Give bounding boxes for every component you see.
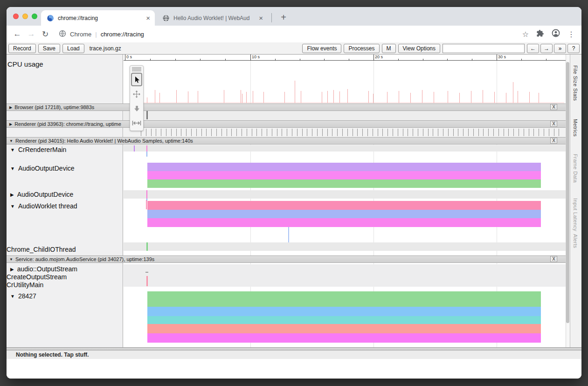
timing-tool-button[interactable] (131, 116, 142, 130)
trace-event-tick[interactable] (483, 129, 484, 136)
trace-event-tick[interactable] (317, 129, 318, 136)
trace-event-tick[interactable] (201, 129, 202, 136)
renderer-main-purple-tick[interactable] (134, 145, 135, 152)
trace-event-tick[interactable] (353, 129, 353, 136)
sidebar-tab-frame-data[interactable]: Frame Data (573, 154, 578, 183)
thread-label-row[interactable]: ▼AudioWorklet thread (7, 202, 122, 210)
minimize-window-button[interactable] (22, 14, 28, 19)
thread-label-row[interactable]: ▶audio::OutputStream (7, 265, 122, 273)
trace-event-tick[interactable] (221, 129, 222, 136)
reload-icon[interactable]: ↻ (38, 29, 52, 39)
trace-event-tick[interactable] (322, 129, 323, 136)
trace-event-tick[interactable] (332, 129, 332, 136)
palette-drag-handle[interactable] (132, 67, 141, 72)
trace-event-tick[interactable] (393, 129, 393, 136)
trace-event-tick[interactable] (362, 129, 363, 136)
sidebar-tab-metrics[interactable]: Metrics (573, 119, 578, 137)
trace-event-tick[interactable] (387, 129, 388, 136)
sidebar-tab-file-size-stats[interactable]: File Size Stats (573, 65, 578, 101)
trace-event-tick[interactable] (448, 129, 449, 136)
new-tab-button[interactable]: + (277, 11, 290, 24)
trace-event-tick[interactable] (498, 129, 499, 136)
menu-kebab-icon[interactable]: ⋮ (567, 30, 575, 39)
forward-icon[interactable]: → (24, 29, 38, 39)
audio-worklet-bars[interactable] (147, 218, 541, 227)
trace-event-tick[interactable] (463, 129, 463, 136)
thread-label-row[interactable]: Chrome_ChildIOThread (7, 245, 122, 254)
load-button[interactable]: Load (62, 44, 84, 53)
metadata-button[interactable]: M (382, 44, 396, 53)
collapse-arrow-icon[interactable]: ▼ (10, 147, 15, 152)
tab-webaudio[interactable]: Hello Audio Worklet! | WebAud × (157, 10, 268, 26)
trace-event-tick[interactable] (347, 129, 348, 136)
trace-event-tick[interactable] (297, 129, 297, 136)
trace-event-tick[interactable] (242, 129, 242, 136)
sidebar-tab-alerts[interactable]: Alerts (573, 234, 578, 248)
save-button[interactable]: Save (38, 44, 60, 53)
trace-event-tick[interactable] (277, 129, 277, 136)
trace-event-tick[interactable] (373, 129, 373, 136)
trace-event-tick[interactable] (357, 129, 358, 136)
select-tool-button[interactable] (131, 73, 142, 86)
trace-event-tick[interactable] (292, 129, 292, 136)
utility-28427-bars[interactable] (147, 333, 541, 343)
trace-event-tick[interactable] (231, 129, 232, 136)
site-info-icon[interactable] (59, 30, 66, 39)
trace-event-tick[interactable] (418, 129, 418, 136)
trace-event-tick[interactable] (453, 129, 454, 136)
utility-28427-bars[interactable] (147, 307, 541, 316)
trace-event-tick[interactable] (256, 129, 257, 136)
createoutputstream-pink-tick[interactable] (146, 276, 148, 286)
trace-event-tick[interactable] (549, 129, 549, 136)
audio-output-device-bars[interactable] (147, 179, 541, 188)
trace-event-tick[interactable] (508, 129, 509, 136)
trace-event-tick[interactable] (287, 129, 287, 136)
trace-event-tick[interactable] (403, 129, 403, 136)
close-tab-icon[interactable]: × (259, 14, 263, 21)
processes-button[interactable]: Processes (344, 44, 379, 53)
close-process-button[interactable]: X (550, 104, 557, 110)
trace-event-tick[interactable] (554, 129, 554, 136)
trace-event-tick[interactable] (206, 129, 207, 136)
thread-label-row[interactable]: ▼28427 (7, 292, 122, 300)
trace-event-tick[interactable] (438, 129, 438, 136)
zoom-tool-button[interactable] (131, 102, 142, 115)
utility-28427-bars[interactable] (147, 291, 541, 307)
trace-event-tick[interactable] (302, 129, 303, 136)
zoom-window-button[interactable] (32, 14, 37, 19)
trace-event-tick[interactable] (423, 129, 423, 136)
trace-event-tick[interactable] (493, 129, 494, 136)
scrollbar-thumb[interactable] (566, 62, 569, 323)
trace-event-tick[interactable] (327, 129, 328, 136)
audio-output-device-bars[interactable] (147, 171, 541, 179)
trace-event-tick[interactable] (211, 129, 212, 136)
trace-event-tick[interactable] (166, 129, 166, 136)
pan-tool-button[interactable] (131, 87, 142, 101)
trace-event-tick[interactable] (216, 129, 217, 136)
trace-event-tick[interactable] (367, 129, 368, 136)
trace-event-tick[interactable] (513, 129, 514, 136)
audio-worklet-start-tick[interactable] (146, 200, 147, 209)
trace-event-tick[interactable] (473, 129, 474, 136)
close-process-button[interactable]: X (550, 256, 557, 262)
childio-green-tick[interactable] (146, 242, 148, 251)
close-tab-icon[interactable]: × (146, 14, 150, 21)
trace-event-tick[interactable] (413, 129, 413, 136)
trace-event-tick[interactable] (433, 129, 433, 136)
trace-event-tick[interactable] (262, 129, 262, 136)
close-process-button[interactable]: X (550, 121, 557, 127)
renderer-main-pink-tick[interactable] (146, 145, 147, 152)
trace-event-tick[interactable] (181, 129, 181, 136)
bookmark-star-icon[interactable]: ☆ (522, 30, 529, 39)
find-input[interactable] (443, 44, 525, 53)
collapse-arrow-icon[interactable]: ▼ (10, 204, 15, 209)
trace-event-tick[interactable] (458, 129, 458, 136)
utility-28427-bars[interactable] (147, 324, 541, 333)
trace-event-tick[interactable] (544, 129, 544, 136)
trace-event-tick[interactable] (382, 129, 383, 136)
thread-label-row[interactable]: ▶AudioOutputDevice (7, 190, 122, 199)
browser-event-tick[interactable] (146, 111, 148, 119)
trace-event-tick[interactable] (478, 129, 479, 136)
audio-output-collapsed-pink-tick[interactable] (146, 190, 147, 199)
trace-event-tick[interactable] (236, 129, 237, 136)
